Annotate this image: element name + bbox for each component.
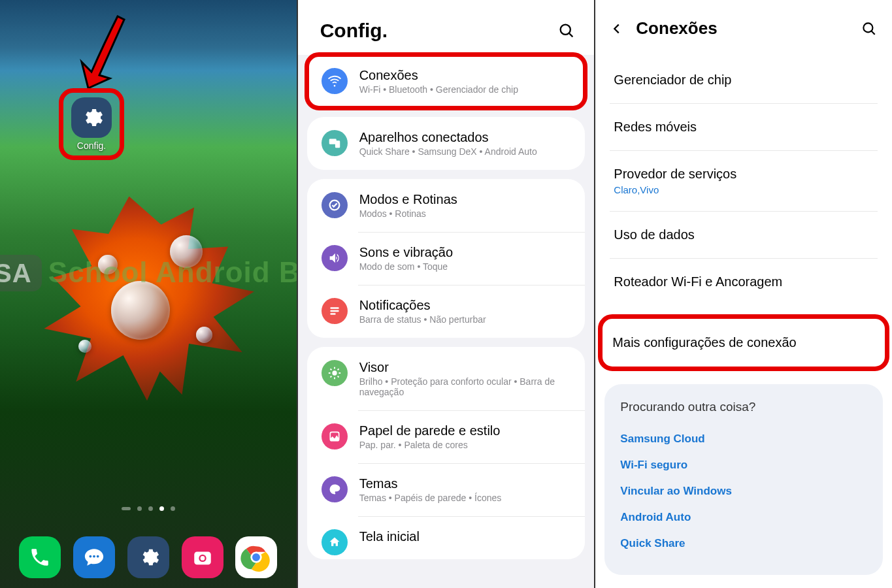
svg-rect-12 [335,140,340,148]
setting-item-title: Temas [359,476,571,491]
setting-item-title: Papel de parede e estilo [359,423,571,438]
settings-app-icon[interactable] [71,97,112,138]
wallpaper-droplet [78,340,91,353]
sound-icon [322,245,348,271]
wallpaper-droplet [196,327,212,343]
looking-for-card: Procurando outra coisa? Samsung Cloud Wi… [604,384,883,575]
dock [0,536,297,578]
connections-header: Conexões [595,0,892,57]
search-icon [557,22,576,40]
page-indicator [0,506,297,511]
settings-panel: Config. Conexões Wi-Fi • Bluetooth • Ger… [298,0,595,588]
settings-item-notifications[interactable]: Notificações Barra de status • Não pertu… [307,285,586,338]
suggest-title: Procurando outra coisa? [620,400,867,414]
camera-app-icon[interactable] [182,536,223,578]
svg-line-28 [871,31,874,34]
svg-point-27 [863,23,872,32]
svg-rect-16 [330,313,335,315]
setting-item-title: Notificações [359,298,571,313]
wifi-icon [322,68,348,94]
settings-item-homescreen[interactable]: Tela inicial [307,516,586,559]
wallpaper-droplet [170,235,203,268]
settings-dock-icon[interactable] [127,536,169,578]
settings-item-display[interactable]: Visor Brilho • Proteção para conforto oc… [307,347,586,410]
messages-app-icon[interactable] [73,536,115,578]
conn-item-title: Gerenciador de chip [614,73,874,88]
wallpaper-droplet [98,255,118,274]
svg-rect-14 [330,307,339,309]
svg-point-2 [97,555,99,558]
suggest-link-secure-wifi[interactable]: Wi-Fi seguro [620,452,867,478]
gear-icon [80,106,103,129]
connections-title: Conexões [636,18,849,39]
wallpaper-droplet [111,281,170,340]
conn-item-title: Redes móveis [614,120,874,135]
chrome-app-icon[interactable] [235,536,277,578]
svg-line-25 [337,368,339,370]
connections-panel: Conexões Gerenciador de chip Redes móvei… [595,0,892,588]
search-icon [861,20,878,37]
settings-app-label: Config. [77,140,106,151]
setting-item-title: Aparelhos conectados [359,130,571,145]
conn-item-subtitle: Claro,Vivo [614,184,874,195]
setting-item-subtitle: Barra de status • Não perturbar [359,314,571,325]
setting-item-title: Sons e vibração [359,245,571,260]
svg-point-1 [93,555,95,558]
settings-app-highlight[interactable]: Config. [59,88,124,160]
connections-item-more-settings[interactable]: Mais configurações de conexão [601,317,887,368]
search-button[interactable] [861,20,878,37]
settings-title: Config. [320,20,388,42]
devices-icon [322,130,348,156]
svg-point-9 [561,25,570,35]
setting-item-subtitle: Modos • Rotinas [359,208,571,219]
tutorial-arrow-icon [78,10,144,95]
svg-point-5 [200,556,205,561]
setting-item-title: Tela inicial [359,529,571,544]
home-icon [322,529,348,555]
setting-item-subtitle: Temas • Papéis de parede • Ícones [359,493,571,503]
setting-item-title: Visor [359,360,571,375]
conn-item-title: Mais configurações de conexão [612,335,875,350]
settings-item-themes[interactable]: Temas Temas • Papéis de parede • Ícones [307,463,586,516]
connections-item-service-provider[interactable]: Provedor de serviços Claro,Vivo [610,151,878,212]
suggest-link-quick-share[interactable]: Quick Share [620,531,867,557]
suggest-link-samsung-cloud[interactable]: Samsung Cloud [620,426,867,452]
search-button[interactable] [557,22,576,40]
svg-line-24 [330,376,331,378]
connections-item-mobile-networks[interactable]: Redes móveis [610,104,878,151]
suggest-link-android-auto[interactable]: Android Auto [620,504,867,531]
connections-item-data-usage[interactable]: Uso de dados [610,212,878,259]
setting-item-subtitle: Wi-Fi • Bluetooth • Gerenciador de chip [359,84,571,95]
setting-item-title: Conexões [359,68,571,83]
svg-point-17 [332,370,337,375]
home-screen-panel: Config. SASchool Android Br [0,0,297,588]
back-button[interactable] [610,22,624,36]
conn-item-title: Provedor de serviços [614,167,874,182]
connections-item-hotspot[interactable]: Roteador Wi-Fi e Ancoragem [610,259,878,305]
phone-app-icon[interactable] [19,536,61,578]
setting-item-subtitle: Brilho • Proteção para conforto ocular •… [359,376,571,397]
settings-header: Config. [298,0,595,55]
setting-item-subtitle: Quick Share • Samsung DeX • Android Auto [359,146,571,157]
setting-item-subtitle: Pap. par. • Paleta de cores [359,440,571,450]
modes-icon [322,192,348,218]
svg-rect-15 [330,310,339,312]
connections-item-sim-manager[interactable]: Gerenciador de chip [610,57,878,104]
display-icon [322,360,348,386]
wallpaper-icon [322,423,348,449]
setting-item-subtitle: Modo de som • Toque [359,261,571,272]
settings-item-connections[interactable]: Conexões Wi-Fi • Bluetooth • Gerenciador… [307,55,586,108]
setting-item-title: Modos e Rotinas [359,192,571,207]
conn-item-title: Roteador Wi-Fi e Ancoragem [614,274,874,289]
svg-line-22 [330,368,331,370]
svg-point-0 [90,555,92,558]
settings-item-wallpaper[interactable]: Papel de parede e estilo Pap. par. • Pal… [307,410,586,463]
suggest-link-link-to-windows[interactable]: Vincular ao Windows [620,478,867,504]
settings-item-sound[interactable]: Sons e vibração Modo de som • Toque [307,232,586,285]
settings-item-modes[interactable]: Modos e Rotinas Modos • Rotinas [307,179,586,232]
settings-item-connected-devices[interactable]: Aparelhos conectados Quick Share • Samsu… [307,117,586,170]
svg-line-23 [337,376,339,378]
svg-line-10 [569,33,573,37]
themes-icon [322,476,348,502]
chevron-left-icon [610,22,624,36]
